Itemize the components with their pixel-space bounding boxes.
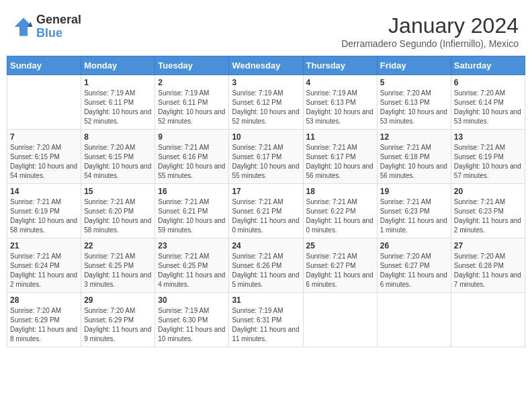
day-info: Sunrise: 7:19 AM Sunset: 6:13 PM Dayligh… <box>306 89 374 126</box>
location-subtitle: Derramadero Segundo (Infiernillo), Mexic… <box>341 38 519 49</box>
calendar-cell: 15Sunrise: 7:21 AM Sunset: 6:20 PM Dayli… <box>81 184 155 238</box>
day-info: Sunrise: 7:20 AM Sunset: 6:15 PM Dayligh… <box>84 143 152 181</box>
day-info: Sunrise: 7:20 AM Sunset: 6:14 PM Dayligh… <box>454 89 522 126</box>
day-number: 28 <box>10 295 78 305</box>
logo-general-text: General <box>36 13 81 27</box>
calendar-cell: 30Sunrise: 7:19 AM Sunset: 6:30 PM Dayli… <box>155 293 229 347</box>
day-number: 2 <box>158 78 226 87</box>
calendar-cell: 5Sunrise: 7:20 AM Sunset: 6:13 PM Daylig… <box>377 75 451 130</box>
calendar-cell: 11Sunrise: 7:21 AM Sunset: 6:17 PM Dayli… <box>303 130 377 184</box>
calendar-cell: 31Sunrise: 7:19 AM Sunset: 6:31 PM Dayli… <box>229 293 303 347</box>
logo-blue-text: Blue <box>36 27 81 40</box>
calendar-cell: 21Sunrise: 7:21 AM Sunset: 6:24 PM Dayli… <box>7 238 81 293</box>
month-year-title: January 2024 <box>341 13 519 38</box>
day-number: 6 <box>454 78 522 87</box>
day-info: Sunrise: 7:21 AM Sunset: 6:21 PM Dayligh… <box>232 197 300 235</box>
calendar-cell: 1Sunrise: 7:19 AM Sunset: 6:11 PM Daylig… <box>81 75 155 130</box>
day-info: Sunrise: 7:21 AM Sunset: 6:26 PM Dayligh… <box>232 252 300 289</box>
day-info: Sunrise: 7:19 AM Sunset: 6:12 PM Dayligh… <box>232 89 300 126</box>
calendar-week-row: 21Sunrise: 7:21 AM Sunset: 6:24 PM Dayli… <box>7 238 525 293</box>
day-info: Sunrise: 7:21 AM Sunset: 6:25 PM Dayligh… <box>84 252 152 289</box>
calendar-cell <box>303 293 377 347</box>
calendar-cell: 29Sunrise: 7:20 AM Sunset: 6:29 PM Dayli… <box>81 293 155 347</box>
calendar-cell: 2Sunrise: 7:19 AM Sunset: 6:11 PM Daylig… <box>155 75 229 130</box>
calendar-cell: 6Sunrise: 7:20 AM Sunset: 6:14 PM Daylig… <box>451 75 525 130</box>
day-number: 20 <box>454 187 522 196</box>
day-info: Sunrise: 7:21 AM Sunset: 6:17 PM Dayligh… <box>232 143 300 181</box>
calendar-cell: 22Sunrise: 7:21 AM Sunset: 6:25 PM Dayli… <box>81 238 155 293</box>
day-number: 8 <box>84 132 152 142</box>
day-info: Sunrise: 7:19 AM Sunset: 6:30 PM Dayligh… <box>158 306 226 344</box>
day-info: Sunrise: 7:21 AM Sunset: 6:21 PM Dayligh… <box>158 197 226 235</box>
day-number: 30 <box>158 295 226 305</box>
day-info: Sunrise: 7:21 AM Sunset: 6:24 PM Dayligh… <box>10 252 78 289</box>
day-number: 7 <box>10 132 78 142</box>
day-info: Sunrise: 7:20 AM Sunset: 6:29 PM Dayligh… <box>10 306 78 344</box>
calendar-week-row: 7Sunrise: 7:20 AM Sunset: 6:15 PM Daylig… <box>7 130 525 184</box>
day-info: Sunrise: 7:20 AM Sunset: 6:29 PM Dayligh… <box>84 306 152 344</box>
day-number: 10 <box>232 132 300 142</box>
day-number: 15 <box>84 187 152 196</box>
calendar-cell <box>451 293 525 347</box>
day-number: 13 <box>454 132 522 142</box>
column-header-friday: Friday <box>377 56 451 75</box>
day-number: 31 <box>232 295 300 305</box>
day-number: 25 <box>306 241 374 250</box>
day-number: 9 <box>158 132 226 142</box>
calendar-cell: 13Sunrise: 7:21 AM Sunset: 6:19 PM Dayli… <box>451 130 525 184</box>
calendar-cell: 23Sunrise: 7:21 AM Sunset: 6:25 PM Dayli… <box>155 238 229 293</box>
day-info: Sunrise: 7:21 AM Sunset: 6:19 PM Dayligh… <box>10 197 78 235</box>
day-number: 22 <box>84 241 152 250</box>
calendar-cell: 19Sunrise: 7:21 AM Sunset: 6:23 PM Dayli… <box>377 184 451 238</box>
calendar-cell: 27Sunrise: 7:20 AM Sunset: 6:28 PM Dayli… <box>451 238 525 293</box>
title-section: January 2024 Derramadero Segundo (Infier… <box>341 13 519 49</box>
column-header-saturday: Saturday <box>451 56 525 75</box>
day-info: Sunrise: 7:19 AM Sunset: 6:31 PM Dayligh… <box>232 306 300 344</box>
day-info: Sunrise: 7:20 AM Sunset: 6:15 PM Dayligh… <box>10 143 78 181</box>
calendar-cell: 10Sunrise: 7:21 AM Sunset: 6:17 PM Dayli… <box>229 130 303 184</box>
day-number: 3 <box>232 78 300 87</box>
day-number: 27 <box>454 241 522 250</box>
column-header-tuesday: Tuesday <box>155 56 229 75</box>
day-number: 1 <box>84 78 152 87</box>
day-number: 24 <box>232 241 300 250</box>
day-info: Sunrise: 7:21 AM Sunset: 6:16 PM Dayligh… <box>158 143 226 181</box>
calendar-cell <box>377 293 451 347</box>
calendar-week-row: 28Sunrise: 7:20 AM Sunset: 6:29 PM Dayli… <box>7 293 525 347</box>
column-header-wednesday: Wednesday <box>229 56 303 75</box>
column-header-thursday: Thursday <box>303 56 377 75</box>
calendar-week-row: 1Sunrise: 7:19 AM Sunset: 6:11 PM Daylig… <box>7 75 525 130</box>
calendar-cell: 24Sunrise: 7:21 AM Sunset: 6:26 PM Dayli… <box>229 238 303 293</box>
day-number: 4 <box>306 78 374 87</box>
day-number: 11 <box>306 132 374 142</box>
calendar-cell: 4Sunrise: 7:19 AM Sunset: 6:13 PM Daylig… <box>303 75 377 130</box>
day-number: 19 <box>380 187 448 196</box>
day-number: 12 <box>380 132 448 142</box>
day-info: Sunrise: 7:21 AM Sunset: 6:18 PM Dayligh… <box>380 143 448 181</box>
calendar-cell: 9Sunrise: 7:21 AM Sunset: 6:16 PM Daylig… <box>155 130 229 184</box>
calendar-cell: 28Sunrise: 7:20 AM Sunset: 6:29 PM Dayli… <box>7 293 81 347</box>
calendar-header-row: SundayMondayTuesdayWednesdayThursdayFrid… <box>7 56 525 75</box>
day-number: 16 <box>158 187 226 196</box>
calendar-cell: 7Sunrise: 7:20 AM Sunset: 6:15 PM Daylig… <box>7 130 81 184</box>
day-info: Sunrise: 7:21 AM Sunset: 6:23 PM Dayligh… <box>380 197 448 235</box>
day-info: Sunrise: 7:20 AM Sunset: 6:13 PM Dayligh… <box>380 89 448 126</box>
logo: General Blue <box>13 13 81 40</box>
day-info: Sunrise: 7:19 AM Sunset: 6:11 PM Dayligh… <box>84 89 152 126</box>
logo-icon <box>13 17 34 37</box>
column-header-sunday: Sunday <box>7 56 81 75</box>
day-info: Sunrise: 7:19 AM Sunset: 6:11 PM Dayligh… <box>158 89 226 126</box>
day-number: 26 <box>380 241 448 250</box>
calendar-cell: 25Sunrise: 7:21 AM Sunset: 6:27 PM Dayli… <box>303 238 377 293</box>
day-info: Sunrise: 7:21 AM Sunset: 6:20 PM Dayligh… <box>84 197 152 235</box>
day-number: 23 <box>158 241 226 250</box>
calendar-cell: 12Sunrise: 7:21 AM Sunset: 6:18 PM Dayli… <box>377 130 451 184</box>
day-info: Sunrise: 7:20 AM Sunset: 6:27 PM Dayligh… <box>380 252 448 289</box>
column-header-monday: Monday <box>81 56 155 75</box>
calendar-cell: 16Sunrise: 7:21 AM Sunset: 6:21 PM Dayli… <box>155 184 229 238</box>
calendar-week-row: 14Sunrise: 7:21 AM Sunset: 6:19 PM Dayli… <box>7 184 525 238</box>
day-info: Sunrise: 7:21 AM Sunset: 6:23 PM Dayligh… <box>454 197 522 235</box>
day-info: Sunrise: 7:21 AM Sunset: 6:25 PM Dayligh… <box>158 252 226 289</box>
calendar-cell <box>7 75 81 130</box>
day-info: Sunrise: 7:20 AM Sunset: 6:28 PM Dayligh… <box>454 252 522 289</box>
